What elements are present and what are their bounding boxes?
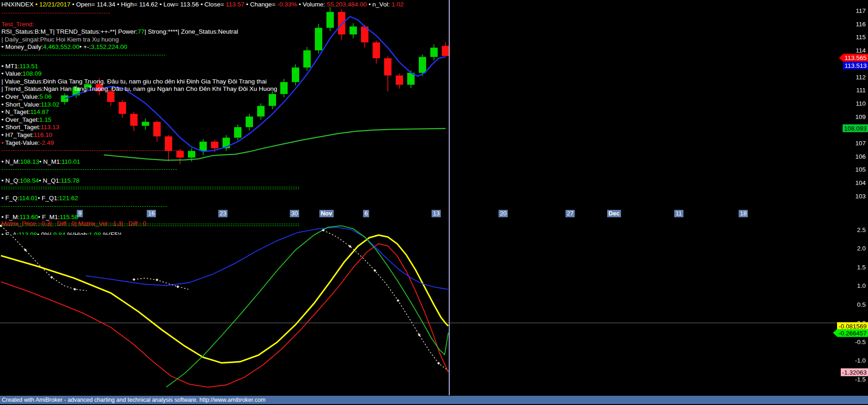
candle-body bbox=[153, 122, 161, 137]
axis-tick-label: 110 bbox=[856, 100, 866, 107]
app-screen: HNXINDEX • 12/21/2017 • Open= 114.34 • H… bbox=[0, 0, 868, 405]
candle-body bbox=[303, 50, 311, 67]
candle-body bbox=[257, 106, 265, 117]
dotted-line-marker bbox=[133, 278, 135, 281]
status-bar-text: Created with AmiBroker - advanced charti… bbox=[2, 397, 265, 403]
dotted-line-marker bbox=[73, 288, 76, 291]
dotted-line-marker bbox=[437, 362, 440, 364]
price-tag-value: 113.513 bbox=[843, 62, 868, 70]
candle-body bbox=[269, 94, 276, 106]
indicator-line bbox=[166, 226, 448, 387]
date-axis-label: 18 bbox=[739, 210, 748, 217]
candle-body bbox=[107, 91, 115, 102]
candle-body bbox=[211, 142, 218, 148]
axis-tick-label: 1.5 bbox=[857, 263, 866, 270]
date-axis-label: 9 bbox=[77, 210, 83, 217]
text-segment: • Volume: bbox=[297, 1, 327, 8]
text-segment: 113.56 bbox=[180, 1, 199, 8]
axis-tick-label: 2.0 bbox=[857, 245, 866, 252]
candle-body bbox=[396, 76, 403, 85]
axis-tick-label: 107 bbox=[855, 140, 866, 147]
chart-title-bar: HNXINDEX • 12/21/2017 • Open= 114.34 • H… bbox=[1, 1, 404, 8]
indicator-line bbox=[1, 235, 448, 363]
text-segment: 12/21/2017 bbox=[39, 1, 71, 8]
candle-body bbox=[165, 137, 172, 151]
axis-tick-label: 0.5 bbox=[857, 301, 866, 308]
dotted-line-marker bbox=[50, 276, 53, 279]
candle-body bbox=[373, 42, 380, 58]
date-axis-label: 13 bbox=[432, 210, 441, 217]
text-segment: HNXINDEX bbox=[1, 1, 34, 8]
axis-tick-label: 111 bbox=[856, 87, 866, 94]
candle-body bbox=[246, 117, 253, 127]
price-tag-value: -0.266457 bbox=[837, 329, 868, 337]
axis-tick-label: 105 bbox=[855, 166, 866, 173]
chart-plot-area[interactable] bbox=[0, 0, 868, 395]
last-value-price-tag: -1.32063 bbox=[841, 368, 868, 376]
candle-body bbox=[315, 28, 322, 50]
price-axis[interactable]: 1171161151141121111101091071061051041032… bbox=[837, 0, 868, 395]
last-value-price-tag: 113.565 bbox=[839, 54, 868, 62]
candle-body bbox=[234, 127, 241, 138]
date-axis-label: 30 bbox=[290, 210, 299, 217]
axis-tick-label: 104 bbox=[855, 179, 866, 186]
dotted-line-marker bbox=[397, 299, 399, 302]
axis-tick-label: 103 bbox=[855, 192, 866, 199]
text-segment: 114.62 bbox=[139, 1, 157, 8]
price-tag-value: -1.32063 bbox=[841, 368, 868, 376]
indicator-line bbox=[65, 17, 446, 152]
candle-body bbox=[384, 58, 392, 75]
date-axis-label: Nov bbox=[319, 210, 334, 217]
axis-tick-label: 1.0 bbox=[857, 282, 866, 289]
candle-body bbox=[188, 151, 195, 157]
axis-tick-label: -1.5 bbox=[855, 375, 866, 382]
indicator-line bbox=[323, 230, 448, 371]
indicator-line bbox=[1, 244, 448, 387]
axis-tick-label: 106 bbox=[855, 153, 866, 160]
candle-body bbox=[326, 12, 334, 28]
candle-body bbox=[176, 151, 184, 157]
candle-body bbox=[419, 57, 426, 72]
axis-tick-label: 117 bbox=[856, 7, 866, 14]
last-value-price-tag: 108.093 bbox=[843, 125, 868, 132]
price-tag-value: 113.565 bbox=[843, 54, 868, 62]
candle-body bbox=[119, 102, 126, 114]
indicator-line bbox=[86, 227, 448, 289]
text-segment: • Close= bbox=[199, 1, 226, 8]
candle-body bbox=[350, 26, 357, 34]
price-tag-arrow-icon bbox=[833, 329, 837, 337]
dotted-line-marker bbox=[156, 279, 158, 281]
text-segment: -0.33% bbox=[277, 1, 297, 8]
text-segment: • High= bbox=[115, 1, 139, 8]
axis-tick-label: 112 bbox=[856, 73, 866, 80]
axis-tick-label: 109 bbox=[855, 113, 866, 120]
dotted-line-marker bbox=[176, 285, 179, 288]
text-segment: • Low= bbox=[158, 1, 181, 8]
text-segment: • n_Vol: bbox=[367, 1, 392, 8]
axis-tick-label: 115 bbox=[856, 34, 866, 41]
text-segment: 113.57 bbox=[226, 1, 244, 8]
text-segment: 55,203,484.00 bbox=[327, 1, 367, 8]
candle-body bbox=[84, 84, 91, 87]
date-axis-label: Dec bbox=[607, 210, 621, 217]
date-axis-label: 23 bbox=[218, 210, 228, 217]
price-tag-value: 108.093 bbox=[843, 125, 868, 132]
candle-body bbox=[430, 48, 438, 57]
text-segment: 114.34 bbox=[96, 1, 115, 8]
date-axis-label: 16 bbox=[147, 210, 156, 217]
candle-body bbox=[442, 46, 449, 56]
date-axis-label: 11 bbox=[674, 210, 683, 217]
axis-tick-label: 116 bbox=[856, 20, 866, 27]
date-axis-label: 20 bbox=[499, 210, 508, 217]
axis-tick-label: 2.5 bbox=[857, 226, 866, 233]
status-bar: Created with AmiBroker - advanced charti… bbox=[0, 396, 868, 404]
candle-body bbox=[130, 114, 138, 126]
selected-bar-cursor-line[interactable] bbox=[449, 0, 450, 395]
indicator-line bbox=[1, 226, 87, 291]
date-axis-label: 6 bbox=[363, 210, 369, 217]
date-axis-label: 27 bbox=[566, 210, 575, 217]
candle-body bbox=[142, 122, 149, 126]
candle-body bbox=[292, 67, 299, 82]
last-value-price-tag: 113.513 bbox=[843, 62, 868, 70]
text-segment: • Change= bbox=[244, 1, 277, 8]
